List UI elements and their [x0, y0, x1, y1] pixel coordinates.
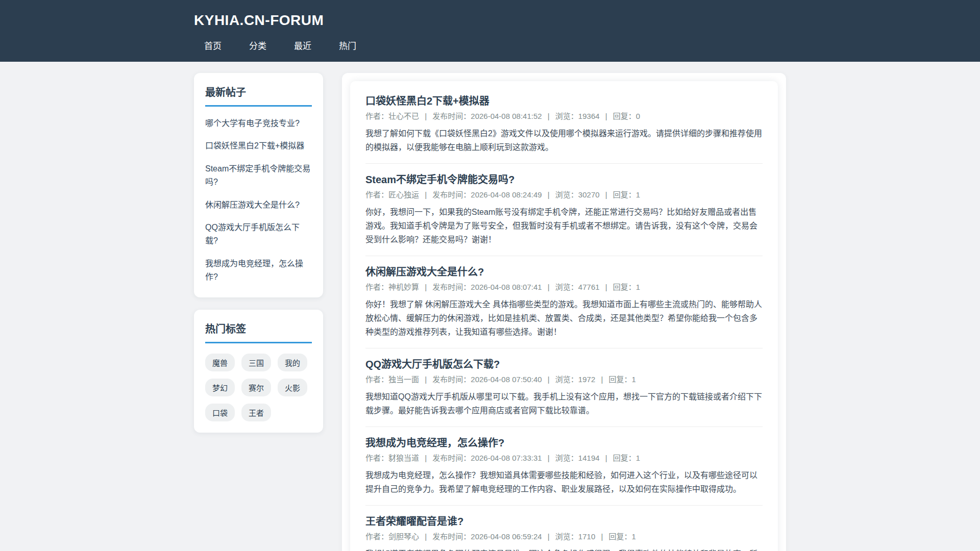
post-author: 豺狼当道 — [388, 454, 419, 462]
replies-label: 回复： — [613, 454, 636, 462]
post-views: 1710 — [578, 532, 595, 541]
tag-chip[interactable]: 赛尔 — [241, 379, 271, 396]
latest-post-link[interactable]: QQ游戏大厅手机版怎么下载? — [205, 221, 312, 248]
tag-chip[interactable]: 魔兽 — [205, 354, 235, 371]
meta-separator: | — [425, 112, 427, 120]
tag-chip[interactable]: 我的 — [278, 354, 307, 371]
post-author: 独当一面 — [388, 375, 419, 384]
tag-chip[interactable]: 三国 — [241, 354, 271, 371]
meta-separator: | — [425, 283, 427, 291]
nav-item-categories[interactable]: 分类 — [239, 35, 277, 56]
views-label: 浏览： — [555, 532, 578, 541]
post-author: 壮心不已 — [388, 112, 419, 120]
time-label: 发布时间： — [432, 283, 471, 291]
post-time: 2026-04-08 07:33:31 — [471, 454, 542, 462]
tag-chip[interactable]: 梦幻 — [205, 379, 235, 396]
meta-separator: | — [425, 190, 427, 199]
meta-separator: | — [548, 454, 550, 462]
author-label: 作者： — [365, 375, 388, 384]
meta-separator: | — [548, 375, 550, 384]
author-label: 作者： — [365, 190, 388, 199]
post-body: 你好，我想问一下，如果我的Steam账号没有绑定手机令牌，还能正常进行交易吗？比… — [365, 205, 763, 246]
views-label: 浏览： — [555, 375, 578, 384]
post-title[interactable]: 我想成为电竞经理，怎么操作? — [365, 436, 763, 449]
latest-post-link[interactable]: 我想成为电竞经理，怎么操作? — [205, 257, 312, 284]
post-title[interactable]: 休闲解压游戏大全是什么? — [365, 265, 763, 279]
site-title: KYHIA.CN-FORUM — [194, 12, 786, 29]
meta-separator: | — [548, 283, 550, 291]
nav-item-recent[interactable]: 最近 — [284, 35, 322, 56]
post-replies: 1 — [636, 190, 640, 199]
post-meta: 作者：神机妙算 | 发布时间：2026-04-08 08:07:41 | 浏览：… — [365, 282, 763, 292]
post-body: 我想知道王者荣耀里角色曜的配音演员是谁。曜这个角色操作感很强，我很喜欢他的技能特… — [365, 547, 763, 551]
replies-label: 回复： — [613, 283, 636, 291]
post-time: 2026-04-08 08:07:41 — [471, 283, 542, 291]
post-item: 口袋妖怪黑白2下载+模拟器 作者：壮心不已 | 发布时间：2026-04-08 … — [365, 85, 763, 164]
time-label: 发布时间： — [432, 454, 471, 462]
post-replies: 1 — [632, 532, 636, 541]
page-content: 最新帖子 哪个大学有电子竞技专业? 口袋妖怪黑白2下载+模拟器 Steam不绑定… — [194, 73, 786, 551]
meta-separator: | — [548, 532, 550, 541]
meta-separator: | — [425, 454, 427, 462]
replies-label: 回复： — [608, 532, 631, 541]
meta-separator: | — [605, 112, 607, 120]
replies-label: 回复： — [608, 375, 631, 384]
time-label: 发布时间： — [432, 532, 471, 541]
time-label: 发布时间： — [432, 190, 471, 199]
post-item: Steam不绑定手机令牌能交易吗? 作者：匠心独运 | 发布时间：2026-04… — [365, 164, 763, 256]
replies-label: 回复： — [613, 112, 636, 120]
views-label: 浏览： — [555, 454, 578, 462]
sidebar: 最新帖子 哪个大学有电子竞技专业? 口袋妖怪黑白2下载+模拟器 Steam不绑定… — [194, 73, 323, 445]
post-time: 2026-04-08 06:59:24 — [471, 532, 542, 541]
time-label: 发布时间： — [432, 375, 471, 384]
post-replies: 1 — [636, 283, 640, 291]
post-body: 我想知道QQ游戏大厅手机版从哪里可以下载。我手机上没有这个应用，想找一下官方的下… — [365, 390, 763, 417]
post-views: 19364 — [578, 112, 600, 120]
post-author: 剑胆琴心 — [388, 532, 419, 541]
post-feed: 口袋妖怪黑白2下载+模拟器 作者：壮心不已 | 发布时间：2026-04-08 … — [342, 73, 786, 551]
latest-posts-title: 最新帖子 — [205, 84, 312, 107]
hot-tags-card: 热门标签 魔兽 三国 我的 梦幻 赛尔 火影 口袋 王者 — [194, 310, 323, 433]
meta-separator: | — [601, 375, 603, 384]
latest-post-link[interactable]: 哪个大学有电子竞技专业? — [205, 117, 312, 130]
latest-post-link[interactable]: 口袋妖怪黑白2下载+模拟器 — [205, 139, 312, 153]
author-label: 作者： — [365, 112, 388, 120]
tag-chip[interactable]: 口袋 — [205, 404, 235, 421]
meta-separator: | — [548, 190, 550, 199]
tag-chip[interactable]: 火影 — [278, 379, 307, 396]
post-author: 神机妙算 — [388, 283, 419, 291]
post-time: 2026-04-08 08:24:49 — [471, 190, 542, 199]
tag-cloud: 魔兽 三国 我的 梦幻 赛尔 火影 口袋 王者 — [205, 354, 312, 421]
replies-label: 回复： — [613, 190, 636, 199]
author-label: 作者： — [365, 532, 388, 541]
post-item: QQ游戏大厅手机版怎么下载? 作者：独当一面 | 发布时间：2026-04-08… — [365, 348, 763, 427]
views-label: 浏览： — [555, 283, 578, 291]
post-item: 休闲解压游戏大全是什么? 作者：神机妙算 | 发布时间：2026-04-08 0… — [365, 256, 763, 348]
post-views: 1972 — [578, 375, 595, 384]
post-title[interactable]: QQ游戏大厅手机版怎么下载? — [365, 358, 763, 371]
post-views: 30270 — [578, 190, 600, 199]
post-title[interactable]: Steam不绑定手机令牌能交易吗? — [365, 173, 763, 186]
latest-post-link[interactable]: 休闲解压游戏大全是什么? — [205, 198, 312, 212]
post-meta: 作者：壮心不已 | 发布时间：2026-04-08 08:41:52 | 浏览：… — [365, 111, 763, 121]
author-label: 作者： — [365, 283, 388, 291]
post-title[interactable]: 王者荣耀曜配音是谁? — [365, 515, 763, 528]
meta-separator: | — [601, 532, 603, 541]
tag-chip[interactable]: 王者 — [241, 404, 271, 421]
nav-item-home[interactable]: 首页 — [194, 35, 232, 56]
nav-item-hot[interactable]: 热门 — [329, 35, 366, 56]
post-meta: 作者：独当一面 | 发布时间：2026-04-08 07:50:40 | 浏览：… — [365, 374, 763, 385]
latest-posts-card: 最新帖子 哪个大学有电子竞技专业? 口袋妖怪黑白2下载+模拟器 Steam不绑定… — [194, 73, 323, 297]
time-label: 发布时间： — [432, 112, 471, 120]
meta-separator: | — [425, 375, 427, 384]
latest-post-link[interactable]: Steam不绑定手机令牌能交易吗? — [205, 162, 312, 189]
meta-separator: | — [605, 454, 607, 462]
post-feed-inner: 口袋妖怪黑白2下载+模拟器 作者：壮心不已 | 发布时间：2026-04-08 … — [350, 81, 778, 551]
views-label: 浏览： — [555, 112, 578, 120]
post-title[interactable]: 口袋妖怪黑白2下载+模拟器 — [365, 94, 763, 108]
site-header: KYHIA.CN-FORUM 首页 分类 最近 热门 — [0, 0, 980, 62]
post-views: 14194 — [578, 454, 600, 462]
author-label: 作者： — [365, 454, 388, 462]
post-item: 王者荣耀曜配音是谁? 作者：剑胆琴心 | 发布时间：2026-04-08 06:… — [365, 506, 763, 551]
post-meta: 作者：匠心独运 | 发布时间：2026-04-08 08:24:49 | 浏览：… — [365, 190, 763, 200]
